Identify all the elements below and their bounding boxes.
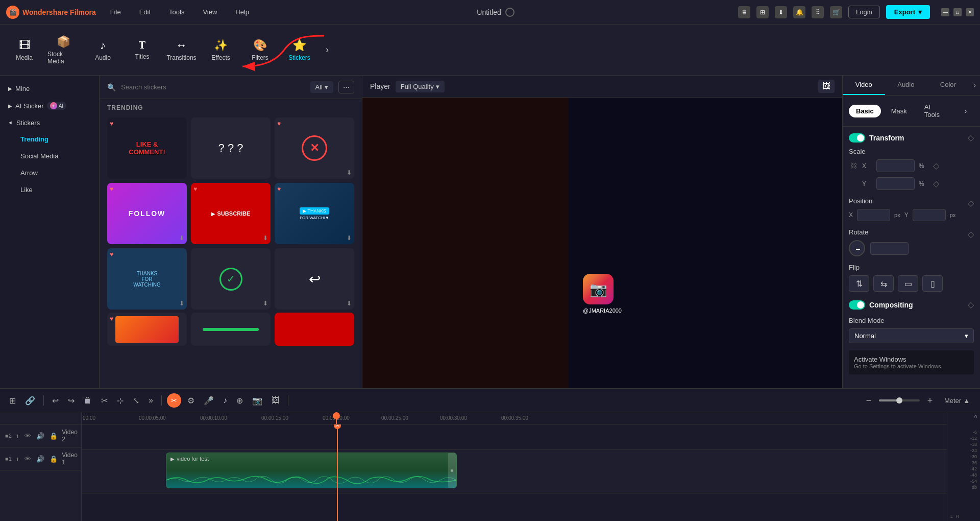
sidebar-item-social-media[interactable]: Social Media	[4, 148, 95, 164]
flip-btn-3[interactable]: ▭	[898, 275, 918, 292]
tl-picture-button[interactable]: 🖼	[268, 394, 283, 407]
tl-redo-button[interactable]: ↪	[65, 394, 78, 408]
tl-link-button[interactable]: 🔗	[22, 394, 38, 408]
tool-media[interactable]: 🎞 Media	[5, 28, 43, 72]
tl-camera-button[interactable]: 📷	[249, 394, 265, 408]
tool-stock-media[interactable]: 📦 Stock Media	[44, 28, 83, 72]
close-button[interactable]: ✕	[966, 8, 974, 16]
zoom-out-button[interactable]: −	[863, 394, 875, 407]
track-mute-button[interactable]: 🔊	[35, 431, 45, 441]
rotate-keyframe[interactable]: ◇	[968, 229, 974, 239]
tool-filters[interactable]: 🎨 Filters	[241, 28, 279, 72]
screen-icon[interactable]: 🖥	[738, 6, 750, 18]
sticker-like-comment[interactable]: ♥ LIKE &COMMENT!	[107, 117, 187, 179]
meter-button[interactable]: Meter ▲	[940, 395, 974, 407]
track-lock-button[interactable]: 🔒	[48, 431, 59, 441]
toolbar-more-button[interactable]: ›	[320, 28, 335, 72]
sidebar-item-arrow[interactable]: Arrow	[4, 165, 95, 181]
compositing-toggle[interactable]	[849, 300, 865, 310]
sidebar-item-like[interactable]: Like	[4, 182, 95, 198]
tl-crop-button[interactable]: ⤡	[130, 394, 142, 408]
layout-icon[interactable]: ⊞	[756, 6, 769, 18]
sub-tab-basic[interactable]: Basic	[849, 105, 881, 117]
sticker-more-button[interactable]: ⋯	[338, 81, 354, 93]
tl-settings-button[interactable]: ⚙	[184, 394, 198, 408]
export-button[interactable]: Export ▾	[886, 5, 930, 19]
sub-tab-more[interactable]: ›	[958, 105, 974, 117]
scale-x-input[interactable]: 100.00	[876, 159, 915, 172]
tl-split-button[interactable]: ✂	[167, 393, 181, 408]
login-button[interactable]: Login	[848, 6, 880, 18]
flip-horizontal-button[interactable]: ⇆	[873, 275, 894, 292]
sticker-question[interactable]: ? ? ?	[191, 117, 271, 179]
menu-view[interactable]: View	[199, 6, 221, 18]
tl-select-button[interactable]: ⊹	[114, 394, 127, 408]
tab-video[interactable]: Video	[843, 76, 885, 95]
zoom-in-button[interactable]: +	[924, 394, 936, 407]
tl-undo-button[interactable]: ↩	[49, 394, 62, 408]
transform-toggle[interactable]	[849, 133, 865, 143]
sticker-x-button[interactable]: ♥ ✕ ⬇	[275, 117, 354, 179]
tl-cut-button[interactable]: ✂	[98, 394, 111, 408]
transform-keyframe-button[interactable]: ◇	[968, 133, 974, 143]
sidebar-header-ai[interactable]: ▶ AI Sticker ✦ AI	[0, 98, 99, 114]
sticker-follow[interactable]: ♥ FOLLOW ⬇	[107, 183, 187, 244]
track1-mute-button[interactable]: 🔊	[35, 454, 45, 464]
zoom-slider[interactable]	[879, 399, 920, 401]
menu-edit[interactable]: Edit	[135, 6, 155, 18]
sticker-thanks-blue[interactable]: ♥ THANKSFORWATCHING ⬇	[107, 248, 187, 310]
sticker-checkmark[interactable]: ✓ ⬇	[191, 248, 271, 310]
tool-titles[interactable]: T Titles	[123, 28, 161, 72]
tl-effects-button[interactable]: ⊕	[233, 394, 246, 408]
tool-audio[interactable]: ♪ Audio	[84, 28, 122, 72]
sub-tab-mask[interactable]: Mask	[884, 105, 914, 117]
screenshot-button[interactable]: 🖼	[818, 80, 835, 93]
zoom-slider-thumb[interactable]	[896, 397, 902, 404]
scale-x-keyframe[interactable]: ◇	[933, 161, 939, 171]
sidebar-header-stickers[interactable]: ▼ Stickers	[0, 115, 99, 131]
tl-music-button[interactable]: ♪	[220, 394, 230, 407]
tool-stickers[interactable]: ⭐ Stickers	[280, 28, 318, 72]
filter-all-button[interactable]: All ▾	[310, 81, 333, 93]
quality-select[interactable]: Full Quality ▾	[396, 81, 445, 92]
tl-add-track-button[interactable]: ⊞	[6, 394, 19, 408]
menu-file[interactable]: File	[106, 6, 125, 18]
sticker-subscribe[interactable]: ♥ ▶ SUBSCRIBE ⬇	[191, 183, 271, 244]
position-y-input[interactable]: 0.00	[913, 209, 946, 221]
scale-y-input[interactable]: 100.00	[876, 177, 915, 190]
tab-color[interactable]: Color	[927, 76, 969, 95]
sub-tab-ai-tools[interactable]: AI Tools	[917, 101, 954, 121]
flip-btn-4[interactable]: ▯	[922, 275, 943, 292]
sticker-partial-3[interactable]	[275, 313, 354, 346]
video-clip[interactable]: ▶ video for test ≡	[166, 453, 457, 488]
flip-vertical-button[interactable]: ⇅	[849, 275, 869, 292]
scale-y-keyframe[interactable]: ◇	[933, 179, 939, 188]
grid-icon[interactable]: ⠿	[812, 6, 824, 18]
sticker-arrow-back[interactable]: ↩ ⬇	[275, 248, 354, 310]
compositing-keyframe[interactable]: ◇	[968, 300, 974, 310]
cart-icon[interactable]: 🛒	[830, 6, 842, 18]
alert-icon[interactable]: 🔔	[793, 6, 805, 18]
menu-help[interactable]: Help	[231, 6, 253, 18]
search-input[interactable]	[121, 83, 305, 91]
tab-more[interactable]: ›	[969, 76, 980, 95]
maximize-button[interactable]: □	[953, 8, 962, 16]
sticker-thanks-orange[interactable]: ♥ ▶ THANKS FOR WATCHI▼ ⬇	[275, 183, 354, 244]
sidebar-item-trending[interactable]: Trending	[4, 131, 95, 147]
blend-mode-select[interactable]: Normal ▾	[849, 328, 974, 343]
export-dropdown-icon[interactable]: ▾	[918, 8, 922, 16]
tool-transitions[interactable]: ↔ Transitions	[162, 28, 201, 72]
sticker-partial-2[interactable]	[191, 313, 271, 346]
tl-more-tools[interactable]: »	[145, 394, 156, 407]
tl-voice-button[interactable]: 🎤	[201, 394, 217, 408]
track1-add-button[interactable]: +	[15, 454, 21, 464]
rotate-dial[interactable]	[849, 240, 865, 256]
tab-audio[interactable]: Audio	[885, 76, 927, 95]
sticker-partial-1[interactable]: ♥	[107, 313, 187, 346]
minimize-button[interactable]: —	[941, 8, 949, 16]
clip-end-handle[interactable]: ≡	[448, 453, 456, 488]
track1-lock-button[interactable]: 🔒	[48, 454, 59, 464]
track1-visibility-button[interactable]: 👁	[23, 454, 32, 464]
sidebar-header-mine[interactable]: ▶ Mine	[0, 81, 99, 97]
track-visibility-button[interactable]: 👁	[23, 431, 32, 441]
